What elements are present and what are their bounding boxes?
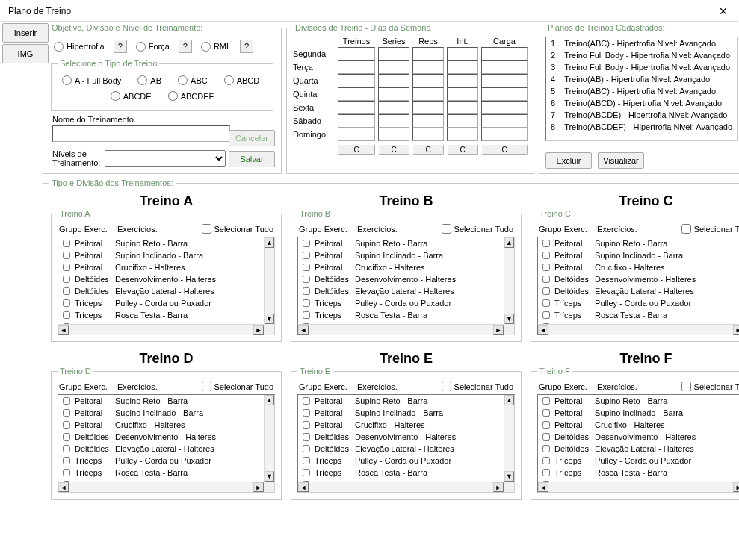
exercise-checkbox[interactable]: [63, 252, 70, 259]
exercise-row[interactable]: DeltóidesElevação Lateral - Halteres: [298, 443, 504, 455]
scroll-left-icon[interactable]: ◄: [538, 482, 548, 492]
exercise-checkbox[interactable]: [542, 469, 550, 476]
horizontal-scrollbar[interactable]: ◄►: [58, 324, 264, 335]
exercise-row[interactable]: PeitoralSupino Inclinado - Barra: [298, 249, 504, 261]
exercise-checkbox[interactable]: [63, 409, 70, 417]
exercise-checkbox[interactable]: [63, 299, 70, 307]
exercise-row[interactable]: PeitoralSupino Reto - Barra: [58, 237, 264, 249]
exercise-row[interactable]: PeitoralCrucifixo - Halteres: [538, 261, 739, 273]
qua-reps-input[interactable]: [412, 74, 444, 87]
scroll-left-icon[interactable]: ◄: [298, 325, 309, 335]
sab-reps-input[interactable]: [412, 114, 444, 128]
plano-list-item[interactable]: 5Treino(ABC) - Hipertrofia Nivel: Avança…: [546, 85, 737, 97]
plano-list-item[interactable]: 4Treino(AB) - Hipertrofia Nivel: Avançad…: [546, 73, 737, 85]
c-reps-button[interactable]: C: [412, 144, 444, 155]
horizontal-scrollbar[interactable]: ◄►: [538, 482, 739, 492]
c-int-button[interactable]: C: [447, 144, 478, 155]
seg-carga-input[interactable]: [481, 47, 528, 60]
ter-int-input[interactable]: [447, 60, 478, 74]
exercise-row[interactable]: TrícepsPulley - Corda ou Puxador: [58, 297, 264, 309]
exercise-checkbox[interactable]: [303, 276, 310, 283]
exercise-checkbox[interactable]: [542, 433, 550, 441]
scroll-right-icon[interactable]: ►: [253, 482, 264, 492]
exercise-checkbox[interactable]: [63, 397, 70, 405]
sex-int-input[interactable]: [447, 101, 478, 114]
exercise-row[interactable]: DeltóidesDesenvolvimento - Halteres: [58, 273, 264, 285]
exercise-row[interactable]: PeitoralSupino Reto - Barra: [298, 395, 504, 407]
selecionar-tudo[interactable]: Selecionar Tudo: [442, 224, 514, 234]
dom-treinos-input[interactable]: [338, 128, 375, 141]
exercise-checkbox[interactable]: [542, 240, 550, 247]
exercise-row[interactable]: PeitoralSupino Inclinado - Barra: [538, 407, 739, 419]
exercise-checkbox[interactable]: [303, 445, 310, 452]
exercise-checkbox[interactable]: [542, 409, 550, 417]
exercise-checkbox[interactable]: [303, 240, 310, 247]
scroll-down-icon[interactable]: ▼: [504, 314, 514, 324]
exercise-row[interactable]: TrícepsRosca Testa - Barra: [538, 309, 739, 321]
exercise-row[interactable]: DeltóidesDesenvolvimento - Halteres: [58, 431, 264, 443]
exercise-checkbox[interactable]: [303, 397, 310, 405]
horizontal-scrollbar[interactable]: ◄►: [58, 482, 264, 492]
scroll-left-icon[interactable]: ◄: [538, 325, 548, 335]
ter-treinos-input[interactable]: [338, 60, 375, 74]
seg-int-input[interactable]: [447, 47, 478, 60]
exercise-checkbox[interactable]: [63, 457, 70, 464]
plano-list-item[interactable]: 1Treino(ABC) - Hipertrofia Nivel: Avança…: [546, 37, 737, 49]
niveis-select[interactable]: [105, 150, 226, 167]
exercise-row[interactable]: PeitoralSupino Inclinado - Barra: [298, 407, 504, 419]
nome-treinamento-input[interactable]: [52, 125, 230, 142]
radio-rml[interactable]: RML: [201, 42, 231, 52]
plano-list-item[interactable]: 6Treino(ABCD) - Hipertrofia Nivel: Avanç…: [546, 97, 737, 109]
vertical-scrollbar[interactable]: ▲▼: [264, 395, 274, 482]
exercise-checkbox[interactable]: [63, 445, 70, 452]
exercise-row[interactable]: PeitoralSupino Inclinado - Barra: [58, 407, 264, 419]
exercise-checkbox[interactable]: [303, 264, 310, 271]
exercise-checkbox[interactable]: [542, 311, 550, 319]
selecionar-tudo[interactable]: Selecionar Tudo: [681, 224, 739, 234]
exercise-checkbox[interactable]: [63, 240, 70, 247]
qua-int-input[interactable]: [447, 74, 478, 87]
exercise-checkbox[interactable]: [303, 457, 310, 464]
qua-series-input[interactable]: [378, 74, 409, 87]
exercise-checkbox[interactable]: [303, 409, 310, 417]
scroll-right-icon[interactable]: ►: [493, 482, 504, 492]
seg-series-input[interactable]: [378, 47, 409, 60]
exercise-checkbox[interactable]: [303, 421, 310, 429]
scroll-down-icon[interactable]: ▼: [265, 314, 274, 324]
exercise-row[interactable]: PeitoralSupino Reto - Barra: [538, 237, 739, 249]
exercise-checkbox[interactable]: [542, 445, 550, 452]
scroll-up-icon[interactable]: ▲: [265, 395, 274, 405]
exercise-row[interactable]: PeitoralCrucifixo - Halteres: [538, 419, 739, 431]
radio-tipo-ab[interactable]: AB: [137, 75, 161, 85]
scroll-down-icon[interactable]: ▼: [265, 471, 274, 482]
exercise-checkbox[interactable]: [542, 457, 550, 464]
sex-reps-input[interactable]: [412, 101, 444, 114]
exercise-row[interactable]: DeltóidesDesenvolvimento - Halteres: [298, 273, 504, 285]
cancelar-button[interactable]: Cancelar: [229, 130, 275, 146]
plano-list-item[interactable]: 2Treino Full Body - Hipertrofia Nivel: A…: [546, 49, 737, 61]
ter-reps-input[interactable]: [412, 60, 444, 74]
exercise-row[interactable]: DeltóidesElevação Lateral - Halteres: [58, 285, 264, 297]
c-carga-button[interactable]: C: [481, 144, 528, 155]
exercise-checkbox[interactable]: [63, 264, 70, 271]
exercise-row[interactable]: TrícepsPulley - Corda ou Puxador: [538, 297, 739, 309]
exercise-checkbox[interactable]: [63, 276, 70, 283]
dom-series-input[interactable]: [378, 128, 409, 141]
c-series-button[interactable]: C: [378, 144, 409, 155]
exercise-row[interactable]: DeltóidesDesenvolvimento - Halteres: [538, 431, 739, 443]
exercise-checkbox[interactable]: [63, 287, 70, 295]
ter-carga-input[interactable]: [481, 60, 528, 74]
exercise-checkbox[interactable]: [542, 287, 550, 295]
exercise-row[interactable]: DeltóidesElevação Lateral - Halteres: [58, 443, 264, 455]
exercise-row[interactable]: PeitoralSupino Reto - Barra: [58, 395, 264, 407]
qua-treinos-input[interactable]: [338, 74, 375, 87]
radio-tipo-abcde[interactable]: ABCDE: [111, 91, 152, 101]
selecionar-tudo[interactable]: Selecionar Tudo: [202, 224, 274, 234]
horizontal-scrollbar[interactable]: ◄►: [298, 482, 504, 492]
exercise-checkbox[interactable]: [542, 299, 550, 307]
scroll-left-icon[interactable]: ◄: [58, 325, 69, 335]
exercise-row[interactable]: TrícepsPulley - Corda ou Puxador: [298, 455, 504, 467]
plano-list-item[interactable]: 7Treino(ABCDE) - Hipertrofia Nivel: Avan…: [546, 109, 737, 121]
sab-int-input[interactable]: [447, 114, 478, 128]
exercise-checkbox[interactable]: [63, 311, 70, 319]
